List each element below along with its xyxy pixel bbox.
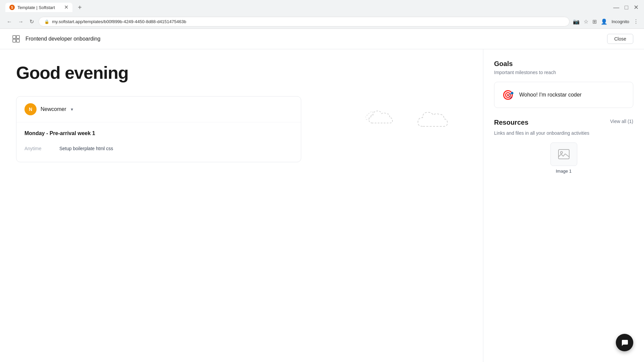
close-window-button[interactable]: ✕ [634, 4, 639, 11]
goal-text: Wohoo! I'm rockstar coder [519, 92, 582, 98]
resource-thumbnail [550, 142, 577, 166]
app-header-icon [11, 34, 21, 44]
svg-point-5 [560, 152, 562, 154]
app-title: Frontend developer onboarding [25, 36, 100, 42]
incognito-badge: Incognito [611, 19, 629, 24]
tab-title: Template | Softstart [17, 5, 55, 10]
right-panel: Goals Important milestones to reach 🎯 Wo… [483, 49, 644, 362]
back-button[interactable]: ← [5, 17, 13, 26]
schedule-item: Anytime Setup boilerplate html css [24, 143, 293, 154]
incognito-label: Incognito [611, 19, 629, 24]
svg-rect-4 [558, 149, 569, 159]
cloud-small [366, 103, 406, 134]
user-selector[interactable]: N Newcomer ▾ [16, 97, 301, 122]
svg-rect-2 [13, 39, 16, 42]
schedule-task: Setup boilerplate html css [59, 146, 113, 151]
app-header: Frontend developer onboarding Close [0, 29, 644, 49]
main-content: Good evening N Newcomer ▾ Monday - Pre-a… [0, 49, 644, 362]
cloud-large [413, 103, 463, 134]
svg-rect-0 [13, 36, 16, 39]
main-card: N Newcomer ▾ Monday - Pre-arrival week 1… [16, 96, 301, 162]
browser-chrome: S Template | Softstart ✕ + — □ ✕ ← → ↻ 🔒… [0, 0, 644, 29]
tab-favicon: S [9, 5, 15, 10]
goals-title: Goals [494, 60, 633, 68]
lock-icon: 🔒 [44, 19, 49, 24]
window-controls: — □ ✕ [613, 4, 639, 11]
browser-tab[interactable]: S Template | Softstart ✕ [5, 3, 72, 12]
reload-button[interactable]: ↻ [28, 17, 35, 26]
goals-subtitle: Important milestones to reach [494, 70, 633, 75]
view-all-link[interactable]: View all (1) [610, 119, 633, 124]
clouds-decoration [366, 103, 463, 134]
left-panel: Good evening N Newcomer ▾ Monday - Pre-a… [0, 49, 483, 362]
goal-icon: 🎯 [501, 88, 515, 102]
svg-rect-3 [16, 39, 19, 42]
extension-icon[interactable]: ⊞ [592, 18, 597, 25]
greeting-text: Good evening [16, 63, 467, 83]
profile-icon[interactable]: 👤 [601, 18, 607, 25]
minimize-button[interactable]: — [613, 4, 619, 11]
restore-button[interactable]: □ [625, 4, 628, 11]
resources-title: Resources [494, 119, 528, 126]
camera-icon[interactable]: 📷 [573, 18, 580, 25]
menu-button[interactable]: ⋮ [633, 18, 639, 25]
nav-actions: 📷 ☆ ⊞ 👤 Incognito ⋮ [573, 18, 639, 25]
schedule-time: Anytime [24, 146, 51, 151]
resource-item[interactable]: Image 1 [494, 142, 633, 174]
svg-rect-1 [16, 36, 19, 39]
resources-header: Resources View all (1) [494, 119, 633, 128]
close-button[interactable]: Close [607, 34, 633, 44]
resources-section: Resources View all (1) Links and files i… [494, 119, 633, 174]
user-avatar: N [24, 103, 37, 115]
schedule-header: Monday - Pre-arrival week 1 [24, 130, 293, 136]
schedule-section: Monday - Pre-arrival week 1 Anytime Setu… [16, 122, 301, 162]
browser-nav-bar: ← → ↻ 🔒 my.softstart.app/templates/b00f8… [0, 15, 644, 28]
goal-card[interactable]: 🎯 Wohoo! I'm rockstar coder [494, 82, 633, 108]
address-bar[interactable]: 🔒 my.softstart.app/templates/b00f899b-42… [39, 17, 570, 26]
new-tab-button[interactable]: + [75, 3, 85, 12]
forward-button[interactable]: → [17, 17, 25, 26]
resource-name: Image 1 [556, 169, 572, 174]
resources-subtitle: Links and files in all your onboarding a… [494, 130, 633, 136]
bookmark-icon[interactable]: ☆ [584, 18, 588, 25]
browser-title-bar: S Template | Softstart ✕ + — □ ✕ [0, 0, 644, 15]
tab-close-button[interactable]: ✕ [64, 5, 68, 10]
dropdown-arrow-icon: ▾ [71, 107, 73, 112]
address-text: my.softstart.app/templates/b00f899b-4249… [52, 19, 186, 24]
user-name: Newcomer [41, 106, 66, 112]
chat-button[interactable] [616, 334, 633, 351]
goals-section: Goals Important milestones to reach 🎯 Wo… [494, 60, 633, 108]
